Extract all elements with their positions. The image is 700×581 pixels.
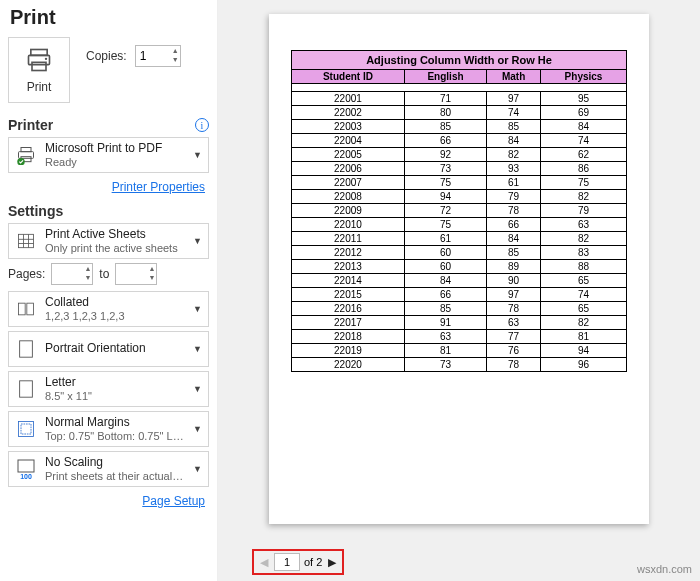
table-row: 22006739386	[292, 162, 627, 176]
table-row: 22009727879	[292, 204, 627, 218]
scaling-l2: Print sheets at their actual size	[45, 470, 185, 482]
collate-l1: Collated	[45, 296, 185, 309]
chevron-down-icon: ▼	[193, 304, 202, 314]
table-row: 22014849065	[292, 274, 627, 288]
printer-status: Ready	[45, 156, 185, 168]
table-row: 22015669774	[292, 288, 627, 302]
svg-rect-18	[21, 424, 31, 434]
orientation-selector[interactable]: Portrait Orientation ▼	[8, 331, 209, 367]
scaling-l1: No Scaling	[45, 456, 185, 469]
col-header: Physics	[541, 70, 627, 84]
table-row: 22020737896	[292, 358, 627, 372]
portrait-icon	[15, 338, 37, 360]
chevron-down-icon: ▼	[193, 424, 202, 434]
collate-l2: 1,2,3 1,2,3 1,2,3	[45, 310, 185, 322]
prev-page-arrow[interactable]: ◀	[258, 556, 270, 569]
svg-point-3	[45, 58, 47, 60]
margins-l2: Top: 0.75" Bottom: 0.75" Left:…	[45, 430, 185, 442]
current-page-input[interactable]	[274, 553, 300, 571]
svg-rect-8	[19, 234, 34, 247]
svg-point-7	[17, 158, 25, 165]
data-table: Student IDEnglishMathPhysics 22001719795…	[291, 69, 627, 372]
print-what-selector[interactable]: Print Active Sheets Only print the activ…	[8, 223, 209, 259]
print-what-l1: Print Active Sheets	[45, 228, 185, 241]
page-of-text: of 2	[304, 556, 322, 568]
collate-icon	[15, 298, 37, 320]
print-preview: Adjusting Column Width or Row He Student…	[218, 0, 700, 581]
table-row: 22002807469	[292, 106, 627, 120]
page-setup-link[interactable]: Page Setup	[142, 494, 205, 508]
svg-rect-0	[31, 50, 47, 56]
pages-to-stepper[interactable]: ▲▼	[115, 263, 157, 285]
chevron-down-icon: ▼	[193, 384, 202, 394]
col-header: English	[404, 70, 486, 84]
watermark: wsxdn.com	[637, 563, 692, 575]
spinner-arrows[interactable]: ▲▼	[172, 46, 179, 64]
scaling-badge: 100	[20, 473, 32, 480]
print-button[interactable]: Print	[8, 37, 70, 103]
preview-page: Adjusting Column Width or Row He Student…	[269, 14, 649, 524]
printer-name: Microsoft Print to PDF	[45, 142, 185, 155]
margins-l1: Normal Margins	[45, 416, 185, 429]
paper-size-selector[interactable]: Letter 8.5" x 11" ▼	[8, 371, 209, 407]
printer-icon	[24, 46, 54, 78]
printer-selector[interactable]: Microsoft Print to PDF Ready ▼	[8, 137, 209, 173]
table-row: 22004668474	[292, 134, 627, 148]
table-row: 22010756663	[292, 218, 627, 232]
svg-rect-16	[20, 381, 33, 397]
scaling-icon: 100	[15, 458, 37, 480]
pages-from-stepper[interactable]: ▲▼	[51, 263, 93, 285]
pages-to-label: to	[99, 267, 109, 281]
margins-selector[interactable]: Normal Margins Top: 0.75" Bottom: 0.75" …	[8, 411, 209, 447]
svg-rect-2	[32, 62, 46, 70]
scaling-selector[interactable]: 100 No Scaling Print sheets at their act…	[8, 451, 209, 487]
info-icon[interactable]: i	[195, 118, 209, 132]
table-row: 22016857865	[292, 302, 627, 316]
settings-heading: Settings	[8, 203, 63, 219]
print-what-l2: Only print the active sheets	[45, 242, 185, 254]
pages-label: Pages:	[8, 267, 45, 281]
table-row: 22013608988	[292, 260, 627, 274]
table-row: 22007756175	[292, 176, 627, 190]
spinner-arrows[interactable]: ▲▼	[84, 264, 91, 282]
page-navigator[interactable]: ◀ of 2 ▶	[252, 549, 344, 575]
chevron-down-icon: ▼	[193, 236, 202, 246]
paper-l2: 8.5" x 11"	[45, 390, 185, 402]
print-button-label: Print	[27, 80, 52, 94]
collate-selector[interactable]: Collated 1,2,3 1,2,3 1,2,3 ▼	[8, 291, 209, 327]
sheets-icon	[15, 230, 37, 252]
copies-stepper[interactable]: ▲▼	[135, 45, 181, 67]
margins-icon	[15, 418, 37, 440]
svg-rect-6	[21, 148, 31, 152]
table-row: 22019817694	[292, 344, 627, 358]
svg-rect-15	[20, 341, 33, 357]
col-header: Math	[487, 70, 541, 84]
table-row: 22018637781	[292, 330, 627, 344]
printer-status-icon	[15, 144, 37, 166]
table-row: 22012608583	[292, 246, 627, 260]
printer-heading: Printer	[8, 117, 53, 133]
doc-title: Adjusting Column Width or Row He	[291, 50, 627, 69]
orientation-l1: Portrait Orientation	[45, 342, 185, 355]
col-header: Student ID	[292, 70, 405, 84]
svg-rect-13	[19, 303, 26, 315]
svg-rect-14	[27, 303, 34, 315]
chevron-down-icon: ▼	[193, 344, 202, 354]
printer-properties-link[interactable]: Printer Properties	[112, 180, 205, 194]
chevron-down-icon: ▼	[193, 464, 202, 474]
table-row: 22003858584	[292, 120, 627, 134]
chevron-down-icon: ▼	[193, 150, 202, 160]
table-row: 22008947982	[292, 190, 627, 204]
next-page-arrow[interactable]: ▶	[326, 556, 338, 569]
spinner-arrows[interactable]: ▲▼	[148, 264, 155, 282]
table-row: 22005928262	[292, 148, 627, 162]
table-row: 22001719795	[292, 92, 627, 106]
table-row: 22017916382	[292, 316, 627, 330]
copies-label: Copies:	[86, 49, 127, 63]
svg-rect-19	[18, 460, 34, 472]
paper-l1: Letter	[45, 376, 185, 389]
paper-icon	[15, 378, 37, 400]
table-row: 22011618482	[292, 232, 627, 246]
page-title: Print	[10, 6, 209, 29]
